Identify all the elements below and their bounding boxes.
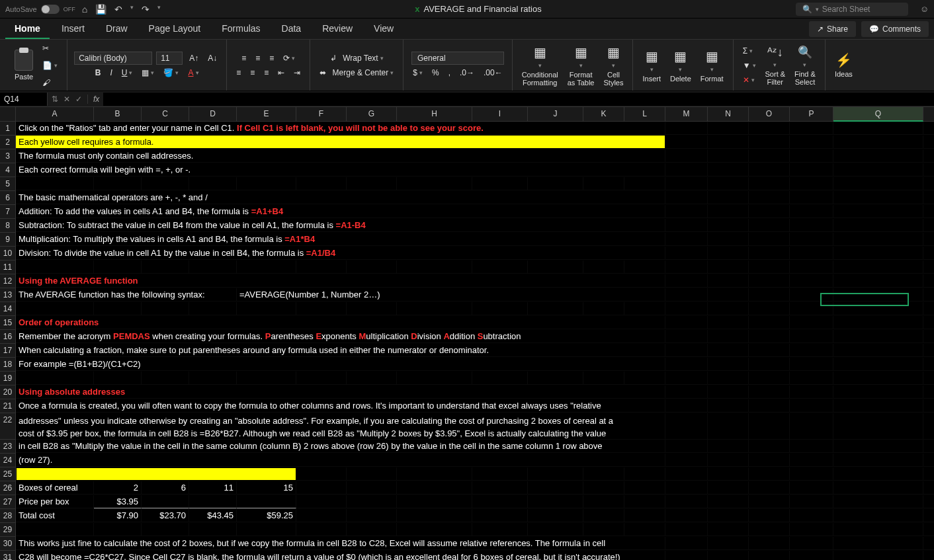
align-left-icon[interactable]: ≡	[234, 66, 243, 79]
cell[interactable]	[833, 372, 923, 385]
cell[interactable]	[665, 358, 708, 371]
cell[interactable]	[665, 191, 708, 204]
cell[interactable]	[708, 288, 749, 301]
cell[interactable]	[923, 191, 934, 204]
cell[interactable]	[708, 440, 749, 453]
cell[interactable]	[833, 191, 923, 204]
cell[interactable]	[833, 481, 923, 495]
cell[interactable]	[749, 481, 790, 495]
row-header-2[interactable]: 2	[0, 136, 16, 149]
cell[interactable]	[749, 454, 790, 467]
col-header-N[interactable]: N	[708, 107, 749, 122]
cell[interactable]	[665, 399, 708, 413]
tab-insert[interactable]: Insert	[52, 19, 94, 39]
row-header-3[interactable]: 3	[0, 149, 16, 163]
cell[interactable]	[833, 177, 923, 190]
cell[interactable]	[528, 177, 583, 190]
insert-cells-button[interactable]: ▦▾Insert	[640, 46, 663, 85]
cell[interactable]	[749, 316, 790, 329]
cell[interactable]	[347, 302, 397, 315]
cell[interactable]	[16, 302, 94, 315]
cell[interactable]	[790, 122, 833, 135]
cell-styles-button[interactable]: ▦▾Cell Styles	[601, 42, 626, 89]
cell[interactable]	[790, 330, 833, 343]
cell[interactable]	[296, 372, 347, 385]
col-header-B[interactable]: B	[94, 107, 142, 122]
cell[interactable]	[923, 358, 934, 371]
cell[interactable]	[923, 163, 934, 177]
cell[interactable]	[665, 233, 708, 246]
cell[interactable]	[296, 495, 347, 508]
cell[interactable]	[790, 149, 833, 163]
cell[interactable]	[790, 399, 833, 413]
cell-a30[interactable]: This works just fine to calculate the co…	[16, 537, 665, 550]
format-as-table-button[interactable]: ▦▾Format as Table	[565, 42, 597, 89]
cell[interactable]	[583, 495, 624, 508]
cell[interactable]	[665, 454, 708, 467]
row-header-4[interactable]: 4	[0, 163, 16, 177]
col-header-C[interactable]: C	[142, 107, 189, 122]
cell[interactable]	[708, 372, 749, 385]
cell[interactable]	[708, 302, 749, 315]
cell[interactable]	[749, 509, 790, 522]
cell[interactable]	[624, 467, 665, 481]
cell[interactable]	[790, 385, 833, 399]
sort-filter-button[interactable]: ᴬᶻ↓▾Sort & Filter	[763, 43, 788, 88]
cell[interactable]	[790, 551, 833, 560]
cell[interactable]	[583, 260, 624, 274]
name-box-stepper[interactable]: ⇅	[52, 95, 58, 104]
cell[interactable]	[708, 149, 749, 163]
row-header-30[interactable]: 30	[0, 537, 16, 551]
redo-icon[interactable]: ↷	[142, 4, 149, 15]
cell[interactable]	[923, 177, 934, 190]
cell[interactable]	[923, 247, 934, 260]
cell[interactable]	[94, 260, 142, 274]
cell[interactable]	[708, 399, 749, 413]
cell[interactable]	[397, 372, 472, 385]
cell[interactable]	[790, 191, 833, 204]
cell[interactable]	[472, 481, 528, 495]
cell[interactable]	[749, 219, 790, 232]
cell[interactable]	[790, 372, 833, 385]
cell[interactable]	[923, 288, 934, 301]
cell[interactable]	[833, 358, 923, 371]
cell[interactable]	[665, 260, 708, 274]
cell[interactable]	[923, 481, 934, 495]
cell[interactable]	[708, 523, 749, 536]
cell[interactable]	[708, 247, 749, 260]
cell[interactable]	[923, 233, 934, 246]
cell[interactable]	[665, 316, 708, 329]
cell[interactable]	[833, 509, 923, 522]
cell[interactable]	[790, 358, 833, 371]
cell[interactable]	[142, 302, 189, 315]
wrap-text-button[interactable]: ↲ Wrap Text ▾	[327, 52, 386, 65]
cell[interactable]	[749, 288, 790, 301]
decrease-font-icon[interactable]: A↓	[205, 52, 220, 65]
cell[interactable]	[528, 495, 583, 508]
cell[interactable]	[749, 467, 790, 481]
cell[interactable]	[833, 247, 923, 260]
cell[interactable]	[583, 509, 624, 522]
cell[interactable]	[923, 413, 934, 440]
share-button[interactable]: ↗Share	[809, 21, 856, 37]
formula-input[interactable]	[103, 93, 934, 106]
row-header-26[interactable]: 26	[0, 481, 16, 495]
cell[interactable]	[237, 302, 296, 315]
cell[interactable]	[665, 537, 708, 550]
conditional-formatting-button[interactable]: ▦▾Conditional Formatting	[519, 42, 561, 89]
cell[interactable]	[624, 523, 665, 536]
cell[interactable]	[708, 136, 749, 149]
cell[interactable]	[528, 467, 583, 481]
cell-a16[interactable]: Remember the acronym PEMDAS when creatin…	[16, 330, 665, 343]
row-header-19[interactable]: 19	[0, 372, 16, 385]
row-header-31[interactable]: 31	[0, 551, 16, 560]
cell[interactable]	[708, 509, 749, 522]
cell[interactable]	[665, 247, 708, 260]
cell[interactable]	[472, 372, 528, 385]
cell[interactable]	[923, 509, 934, 522]
cell[interactable]	[665, 523, 708, 536]
cell[interactable]	[923, 385, 934, 399]
cell[interactable]	[749, 260, 790, 274]
tab-home[interactable]: Home	[5, 19, 50, 39]
cell[interactable]	[749, 274, 790, 288]
